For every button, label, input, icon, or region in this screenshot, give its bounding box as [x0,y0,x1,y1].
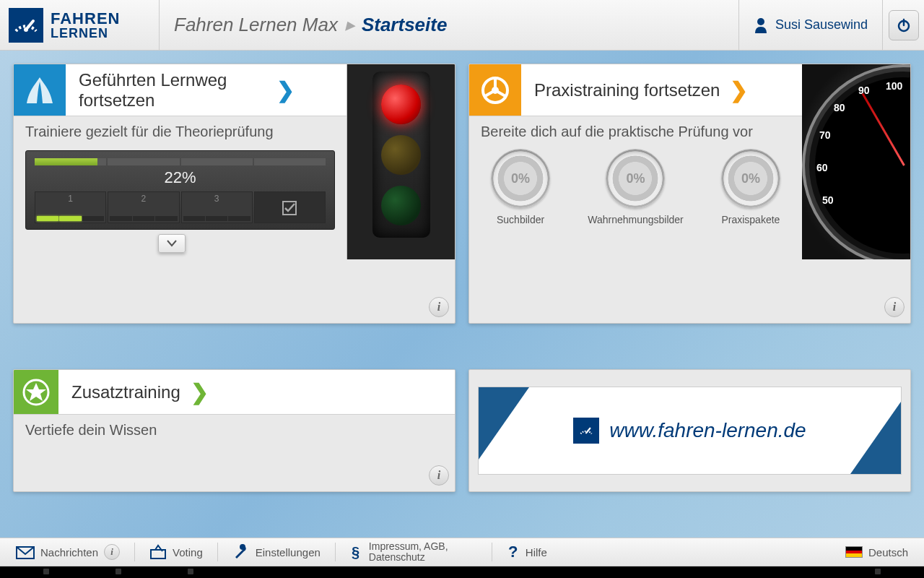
wrench-icon [232,544,250,560]
flag-de-icon [845,546,863,558]
voting-icon [149,544,167,560]
traffic-light-yellow [381,135,421,175]
gauge-value: 0% [721,149,780,208]
breadcrumb-app: Fahren Lernen Max [174,14,338,36]
road-icon [14,64,66,116]
svg-rect-11 [151,550,165,558]
zusatz-card: Zusatztraining ❯ Vertiefe dein Wissen i [13,369,456,492]
star-icon [14,370,58,414]
user-name: Susi Sausewind [775,17,868,33]
svg-point-2 [757,18,764,25]
progress-percent: 22% [35,168,326,187]
gauge-value: 0% [491,149,550,208]
chevron-down-icon [167,240,177,247]
chevron-right-icon: ❯ [276,77,295,103]
mail-icon [16,545,35,559]
nachrichten-info-icon[interactable]: i [104,544,120,560]
stage-3[interactable]: 3 [181,191,253,223]
stage-2[interactable]: 2 [108,191,179,223]
zusatz-info-button[interactable]: i [429,465,449,486]
praxis-card: Praxistraining fortsetzen ❯ 50 60 70 80 … [468,64,911,324]
android-nav-bar [0,566,924,578]
zusatz-card-header[interactable]: Zusatztraining ❯ [14,370,455,415]
breadcrumb: Fahren Lernen Max ▸ Startseite [159,0,738,50]
svg-text:?: ? [508,543,518,561]
stage-1[interactable]: 1 [35,191,106,223]
banner-card: www.fahren-lernen.de [468,369,911,492]
traffic-light-green [381,186,421,225]
footer-nachrichten[interactable]: Nachrichten i [10,544,126,560]
praxis-subtitle: Bereite dich auf die praktische Prüfung … [469,116,802,144]
paragraph-icon: § [350,543,363,561]
zusatz-title-area: Zusatztraining ❯ [58,370,455,414]
footer-language[interactable]: Deutsch [840,546,914,558]
user-menu[interactable]: Susi Sausewind [738,0,882,50]
logo-text: FAHREN LERNEN [51,11,120,40]
gauge-value: 0% [606,149,665,208]
chevron-right-icon: ❯ [730,77,748,103]
stage-4[interactable] [254,191,326,223]
help-icon: ? [507,543,520,561]
speedometer-image: 50 60 70 80 90 100 [802,64,910,259]
zusatz-subtitle: Vertiefe dein Wissen [14,415,455,443]
learning-card: Geführten Lernweg fortsetzen ❯ Trainiere… [13,64,456,324]
footer-impressum[interactable]: § Impressum, AGB, Datenschutz [344,541,483,564]
praxis-title: Praxistraining fortsetzen [534,80,720,100]
power-icon [896,17,912,33]
breadcrumb-sep-icon: ▸ [345,14,354,36]
gauge-label: Wahrnehmungsbilder [588,214,684,225]
traffic-light-red [381,85,421,124]
website-banner[interactable]: www.fahren-lernen.de [478,387,902,475]
app-logo[interactable]: FAHREN LERNEN [0,0,159,50]
learning-title: Geführten Lernweg fortsetzen [79,70,266,110]
zusatz-title: Zusatztraining [71,382,180,402]
power-button[interactable] [889,10,919,40]
steering-wheel-icon [469,64,521,116]
footer-voting[interactable]: Voting [144,544,209,560]
gauge-label: Praxispakete [721,214,780,225]
chevron-right-icon: ❯ [191,379,209,405]
power-area [882,0,924,50]
banner-url: www.fahren-lernen.de [609,419,806,442]
user-icon [754,17,768,33]
gauge-suchbilder[interactable]: 0% Suchbilder [491,149,550,225]
check-box-icon [282,200,297,216]
footer-bar: Nachrichten i Voting Einstellungen § Imp… [0,538,924,566]
svg-text:§: § [352,544,359,560]
gauge-wahrnehmung[interactable]: 0% Wahrnehmungsbilder [588,149,684,225]
footer-einstellungen[interactable]: Einstellungen [227,544,326,560]
gauge-praxispakete[interactable]: 0% Praxispakete [721,149,780,225]
svg-point-1 [24,27,28,32]
gauge-label: Suchbilder [497,214,544,225]
header-bar: FAHREN LERNEN Fahren Lernen Max ▸ Starts… [0,0,924,51]
breadcrumb-page: Startseite [362,14,448,36]
expand-toggle[interactable] [158,234,186,253]
footer-hilfe[interactable]: ? Hilfe [501,543,553,561]
progress-panel[interactable]: 22% 1 2 3 [25,150,335,230]
traffic-light-image [346,64,455,259]
learning-subtitle: Trainiere gezielt für die Theorieprüfung [14,116,346,144]
praxis-info-button[interactable]: i [884,297,905,317]
speedometer-logo-icon [9,8,43,43]
banner-logo-icon [573,418,599,444]
learning-info-button[interactable]: i [429,297,449,317]
